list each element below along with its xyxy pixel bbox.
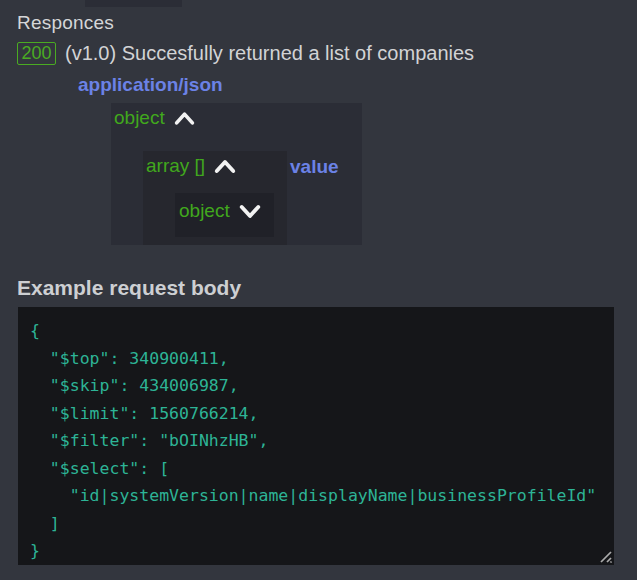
schema-tree-array-panel: array [] object xyxy=(143,151,287,245)
chevron-down-icon[interactable] xyxy=(239,204,261,219)
status-description: (v1.0) Succesfully returned a list of co… xyxy=(65,42,474,65)
schema-node-root-object[interactable]: object xyxy=(114,107,195,129)
responses-section-title: Responces xyxy=(17,12,114,34)
request-body-editor[interactable]: { "$top": 340900411, "$skip": 434006987,… xyxy=(18,307,614,565)
chevron-up-icon[interactable] xyxy=(174,111,195,126)
schema-node-type-label: object xyxy=(114,107,165,129)
cropped-panel-edge xyxy=(85,0,182,7)
resize-handle-icon[interactable] xyxy=(598,549,613,564)
content-type-link[interactable]: application/json xyxy=(78,74,223,96)
example-request-body-title: Example request body xyxy=(17,276,241,300)
schema-node-item-object[interactable]: object xyxy=(179,200,261,222)
request-body-code[interactable]: { "$top": 340900411, "$skip": 434006987,… xyxy=(18,307,614,575)
chevron-up-icon[interactable] xyxy=(214,159,236,174)
schema-property-value-label: value xyxy=(290,156,339,178)
schema-node-type-label: object xyxy=(179,200,230,222)
response-status-row: 200 (v1.0) Succesfully returned a list o… xyxy=(17,42,474,65)
schema-node-array[interactable]: array [] xyxy=(146,155,236,177)
schema-tree-item-panel: object xyxy=(175,193,274,237)
status-code-badge: 200 xyxy=(17,42,56,65)
schema-node-type-label: array [] xyxy=(146,155,205,177)
